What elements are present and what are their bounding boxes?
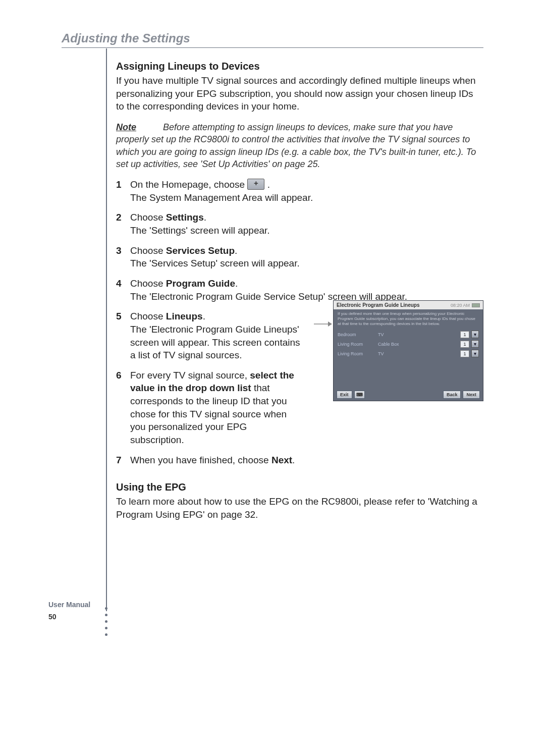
arrow-icon — [314, 320, 332, 330]
step-3-bold: Services Setup — [166, 245, 235, 256]
step-2: Choose Settings. The 'Settings' screen w… — [116, 211, 483, 237]
intro-paragraph: If you have multiple TV signal sources a… — [116, 74, 483, 113]
step-4-pre: Choose — [130, 278, 166, 289]
page-header: Adjusting the Settings — [62, 31, 483, 48]
step-1-post: . — [267, 179, 270, 190]
chevron-down-icon[interactable]: ▾ — [471, 340, 479, 348]
section-using-epg: Using the EPG To learn more about how to… — [116, 481, 483, 521]
using-epg-body: To learn more about how to use the EPG o… — [116, 495, 483, 521]
exit-button[interactable]: Exit — [337, 391, 352, 399]
step-1-sub: The System Management Area will appear. — [130, 191, 483, 204]
ss-time: 08:20 AM — [451, 303, 470, 308]
ss-title: Electronic Program Guide Lineups — [337, 302, 419, 308]
main-content: Assigning Lineups to Devices If you have… — [116, 56, 483, 521]
step-3-sub: The 'Services Setup' screen will appear. — [130, 257, 483, 270]
step-6: For every TV signal source, select the v… — [116, 369, 303, 447]
keyboard-icon[interactable]: ⌨ — [354, 391, 365, 399]
ss-instructions: If you defined more than one lineup when… — [334, 309, 483, 330]
chevron-down-icon[interactable]: ▾ — [471, 331, 479, 338]
ss-row-1-device: TV — [378, 332, 428, 337]
step-4-post: . — [235, 278, 238, 289]
settings-icon — [247, 179, 264, 190]
ss-row-3: Living Room TV 1 ▾ — [334, 349, 483, 358]
battery-icon — [472, 303, 480, 307]
epg-lineups-screenshot: Electronic Program Guide Lineups 08:20 A… — [333, 300, 483, 401]
step-2-sub: The 'Settings' screen will appear. — [130, 224, 483, 237]
device-screen: Electronic Program Guide Lineups 08:20 A… — [333, 300, 483, 401]
step-5: Choose Lineups. The 'Electronic Program … — [116, 310, 303, 362]
next-button[interactable]: Next — [463, 391, 480, 399]
step-3-post: . — [235, 245, 237, 256]
step-7-bold: Next — [271, 455, 292, 465]
step-6-pre: For every TV signal source, — [130, 370, 250, 381]
note-text: Before attempting to assign lineups to d… — [116, 122, 476, 169]
step-2-pre: Choose — [130, 212, 166, 223]
step-7-post: . — [292, 455, 295, 465]
svg-marker-1 — [328, 321, 332, 327]
ss-row-3-dropdown[interactable]: 1 — [460, 350, 469, 357]
section-heading-lineups: Assigning Lineups to Devices — [116, 61, 483, 72]
step-7: When you have finished, choose Next. — [116, 454, 303, 467]
step-5-pre: Choose — [130, 311, 166, 321]
chevron-down-icon[interactable]: ▾ — [471, 350, 479, 357]
step-4-bold: Program Guide — [166, 278, 235, 289]
ss-titlebar: Electronic Program Guide Lineups 08:20 A… — [334, 301, 483, 309]
step-2-bold: Settings — [166, 212, 204, 223]
ss-row-3-room: Living Room — [338, 351, 378, 356]
ss-bottom-bar: Exit ⌨ Back Next — [337, 391, 480, 399]
step-5-bold: Lineups — [166, 311, 203, 321]
page-number: 50 — [48, 613, 90, 621]
ss-row-1: Bedroom TV 1 ▾ — [334, 330, 483, 339]
section-heading-using-epg: Using the EPG — [116, 481, 483, 493]
step-5-sub: The 'Electronic Program Guide Lineups' s… — [130, 323, 303, 362]
ss-row-3-device: TV — [378, 351, 428, 356]
step-5-post: . — [203, 311, 205, 321]
decorative-dots — [105, 607, 107, 636]
ss-row-1-room: Bedroom — [338, 332, 378, 337]
ss-row-2-dropdown[interactable]: 1 — [460, 341, 469, 348]
ss-row-2: Living Room Cable Box 1 ▾ — [334, 339, 483, 349]
note-label: Note — [116, 122, 136, 132]
step-7-pre: When you have finished, choose — [130, 455, 271, 465]
running-title: Adjusting the Settings — [62, 31, 483, 45]
ss-row-2-room: Living Room — [338, 342, 378, 347]
step-1: On the Homepage, choose . The System Man… — [116, 178, 483, 204]
step-3-pre: Choose — [130, 245, 166, 256]
step-3: Choose Services Setup. The 'Services Set… — [116, 244, 483, 270]
vertical-rule — [106, 48, 107, 611]
back-button[interactable]: Back — [443, 391, 461, 399]
ss-row-1-dropdown[interactable]: 1 — [460, 331, 469, 338]
ss-row-2-device: Cable Box — [378, 342, 428, 347]
step-2-post: . — [204, 212, 206, 223]
footer-manual-label: User Manual — [48, 601, 90, 609]
note-block: Note Before attempting to assign lineups… — [116, 121, 483, 170]
step-4: Choose Program Guide. The 'Electronic Pr… — [116, 277, 483, 303]
step-1-pre: On the Homepage, choose — [130, 179, 247, 190]
footer: User Manual 50 — [48, 601, 90, 621]
